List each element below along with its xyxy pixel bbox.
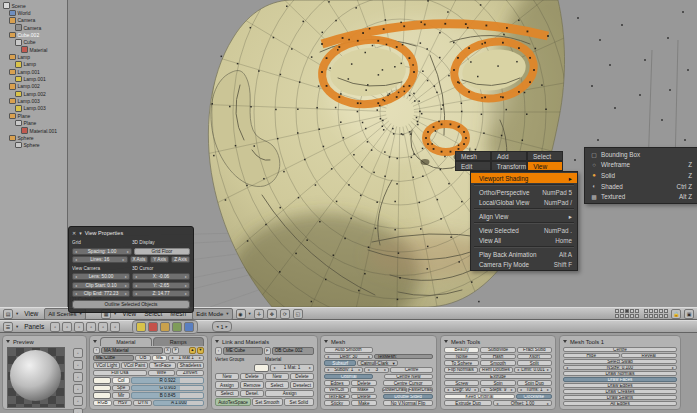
spacing-1-00-stepper[interactable]: ◂Spacing: 1.00▸ xyxy=(72,248,132,255)
layer-toggle[interactable] xyxy=(654,314,658,318)
flip-normals-button[interactable]: Flip Normals xyxy=(444,367,478,373)
spin-dup-button[interactable]: Spin Dup xyxy=(517,380,552,386)
layer-toggle[interactable] xyxy=(644,314,648,318)
color-swatch[interactable] xyxy=(93,377,111,384)
outliner-item-lamp[interactable]: Lamp xyxy=(0,53,67,60)
outliner-item-cube[interactable]: Cube xyxy=(0,39,67,46)
preview-hair-icon[interactable]: ◦ xyxy=(73,396,83,406)
ob-button[interactable]: OB xyxy=(135,355,151,362)
toolbox-item-view[interactable]: View xyxy=(527,161,563,171)
delete-button[interactable]: Delete xyxy=(351,394,377,400)
set-solid-button[interactable]: Set Solid xyxy=(284,398,314,406)
delete-button[interactable]: Delete xyxy=(351,380,377,386)
outliner-panel[interactable]: SceneWorldCameraCameraCube.002CubeMateri… xyxy=(0,0,68,307)
menu-item-viewport-shading[interactable]: Viewport Shading▸ xyxy=(471,173,577,183)
layer-toggle[interactable] xyxy=(615,314,619,318)
assign-button[interactable]: Assign xyxy=(215,381,239,389)
1-mat-1-stepper[interactable]: ◂1 Mat 1▸ xyxy=(168,355,204,362)
layer-toggle[interactable] xyxy=(630,314,634,318)
auto-smooth-button[interactable]: Auto Smooth xyxy=(324,347,373,353)
outliner-item-camera[interactable]: Camera xyxy=(0,24,67,31)
item-button[interactable]: ▲ xyxy=(189,347,196,354)
collapse-triangle-icon[interactable] xyxy=(6,340,10,343)
a-1-000-slider[interactable]: A 1.000 xyxy=(153,400,204,407)
screw-button[interactable]: Screw xyxy=(444,380,479,386)
draw-creases-button[interactable]: Draw Creases xyxy=(563,389,677,394)
catmull-clark-select[interactable]: Catmull-Clark▾ xyxy=(357,360,397,366)
layer-toggle[interactable] xyxy=(654,309,658,313)
sticky-button[interactable]: Sticky xyxy=(324,400,350,406)
collapse-triangle-icon[interactable] xyxy=(93,340,97,343)
make-button[interactable]: Make xyxy=(351,400,377,406)
lens-50-00-stepper[interactable]: ◂Lens: 50.00▸ xyxy=(72,273,130,280)
layer-toggle[interactable] xyxy=(615,309,619,313)
edges-button[interactable]: Edges xyxy=(324,380,350,386)
to-sphere-button[interactable]: To Sphere xyxy=(444,360,479,366)
degr-30-stepper[interactable]: ◂Degr: 30▸ xyxy=(324,354,373,360)
script-icon[interactable]: ▫ xyxy=(62,322,72,332)
clockwise-button[interactable]: Clockwise xyxy=(516,394,552,400)
new-button[interactable]: New xyxy=(215,373,239,381)
centre-cursor-button[interactable]: Centre Cursor xyxy=(383,380,433,386)
toolbox-item-add[interactable]: Add xyxy=(491,151,527,161)
manipulator-rotate-icon[interactable]: ⟳ xyxy=(280,309,290,319)
shadeless-button[interactable]: Shadeless xyxy=(177,362,204,369)
outliner-item-cube-002[interactable]: Cube.002 xyxy=(0,31,67,38)
layer-toggle[interactable] xyxy=(644,309,648,313)
outliner-item-scene[interactable]: Scene xyxy=(0,2,67,9)
radiosity-icon[interactable] xyxy=(172,322,182,332)
outliner-item-lamp-003[interactable]: Lamp.003 xyxy=(0,105,67,112)
f-button[interactable]: F xyxy=(264,347,271,355)
rgb-button[interactable]: RGB xyxy=(93,400,112,407)
draw-mode-icon[interactable]: ◉ xyxy=(236,309,246,319)
outliner-item-lamp-003[interactable]: Lamp.003 xyxy=(0,97,67,104)
toolbox-item-transform[interactable]: Transform xyxy=(491,161,527,171)
outliner-item-lamp-002[interactable]: Lamp.002 xyxy=(0,90,67,97)
no-v-normal-flip-button[interactable]: No V.Normal Flip xyxy=(383,400,433,406)
mode-selector[interactable]: Edit Mode▾ xyxy=(192,308,232,320)
outliner-item-plane[interactable]: Plane xyxy=(0,120,67,127)
preview-monkey-icon[interactable]: ◦ xyxy=(73,384,83,394)
select-button[interactable]: Select xyxy=(265,381,289,389)
material-icon[interactable] xyxy=(148,322,158,332)
layer-toggle[interactable] xyxy=(635,314,639,318)
manipulator-translate-icon[interactable]: ✥ xyxy=(267,309,277,319)
submenu-item-shaded[interactable]: ◐ShadedCtrl Z xyxy=(585,181,697,192)
toolbox-item-select[interactable]: Select xyxy=(527,151,563,161)
full-osa-button[interactable]: Full Osa xyxy=(93,370,147,377)
ma-material-field[interactable]: MA:Material xyxy=(101,347,163,354)
texture-icon[interactable] xyxy=(160,322,170,332)
window-type-icon[interactable]: ▤ xyxy=(3,309,13,319)
double-sided-button[interactable]: Double Sided xyxy=(383,394,433,400)
menu-item-camera-fly-mode[interactable]: Camera Fly ModeShift F xyxy=(471,259,577,269)
clip-start-0-10-stepper[interactable]: ◂Clip Start: 0.10▸ xyxy=(72,282,130,289)
pivot-icon[interactable]: ✛ xyxy=(254,309,264,319)
outliner-item-plane[interactable]: Plane xyxy=(0,112,67,119)
keep-original-button[interactable]: Keep Original xyxy=(444,394,515,400)
steps-9-stepper[interactable]: ◂Steps: 9▸ xyxy=(480,387,515,393)
collapse-triangle-icon[interactable] xyxy=(563,340,567,343)
fract-subd-button[interactable]: Fract Subd xyxy=(517,347,552,353)
outliner-item-world[interactable]: World xyxy=(0,9,67,16)
editing-icon[interactable]: ▫ xyxy=(98,322,108,332)
remove-button[interactable]: Remove xyxy=(240,381,264,389)
set-smooth-button[interactable]: Set Smooth xyxy=(252,398,282,406)
world-icon[interactable] xyxy=(184,322,194,332)
outliner-item-camera[interactable]: Camera xyxy=(0,17,67,24)
menu-item-local-global-view[interactable]: Local/Global ViewNumPad / xyxy=(471,197,577,207)
lock-icon[interactable]: 🔒 xyxy=(671,309,681,319)
buttons-context-stepper[interactable]: ◂1▸ xyxy=(212,321,232,332)
delete-button[interactable]: Delete xyxy=(290,373,314,381)
split-button[interactable]: Split xyxy=(517,360,552,366)
layer-toggle[interactable] xyxy=(620,309,624,313)
menu-item-align-view[interactable]: Align View▸ xyxy=(471,211,577,221)
close-icon[interactable]: ✕ xyxy=(72,230,76,236)
outliner-item-lamp-002[interactable]: Lamp.002 xyxy=(0,83,67,90)
me-cube-field[interactable]: ME:Cube xyxy=(93,355,134,362)
select-swap-button[interactable]: Select Swap xyxy=(563,359,677,364)
centre-new-button[interactable]: Centre New xyxy=(384,374,433,380)
centre-button[interactable]: Centre xyxy=(390,367,433,373)
draw-edges-button[interactable]: Draw Edges xyxy=(563,383,677,388)
draw-normals-button[interactable]: Draw Normals xyxy=(563,371,677,376)
centre-button[interactable]: Centre xyxy=(563,347,677,352)
